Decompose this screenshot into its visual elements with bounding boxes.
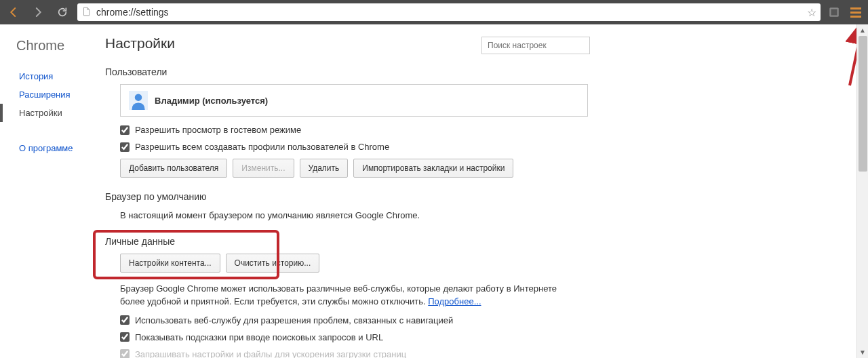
users-section: Пользователи Владимир (используется) Раз… [105,66,590,178]
search-settings-input[interactable] [481,37,590,54]
nav-webservice-checkbox[interactable] [120,315,130,325]
clear-history-button[interactable]: Очистить историю... [226,254,320,273]
forward-button[interactable] [28,3,47,22]
guest-checkbox-label: Разрешить просмотр в гостевом режиме [135,125,301,135]
edit-user-button[interactable]: Изменить... [233,159,294,178]
create-profiles-checkbox-row[interactable]: Разрешить всем создавать профили пользов… [120,142,590,152]
create-profiles-checkbox-label: Разрешить всем создавать профили пользов… [135,142,389,152]
avatar-icon [129,91,148,110]
vertical-scrollbar[interactable]: ▲ ▼ [856,24,868,358]
prefetch-label: Запрашивать настройки и файлы для ускоре… [135,349,406,359]
scrollbar-thumb[interactable] [859,36,867,172]
browser-toolbar: ☆ [0,0,868,24]
prefetch-checkbox-row[interactable]: Запрашивать настройки и файлы для ускоре… [120,349,590,359]
sidebar-item-extensions[interactable]: Расширения [0,85,105,104]
suggestions-checkbox[interactable] [120,332,130,342]
svg-point-3 [135,94,142,101]
svg-rect-1 [831,9,837,16]
back-button[interactable] [4,3,23,22]
suggestions-checkbox-row[interactable]: Показывать подсказки при вводе поисковых… [120,332,590,342]
nav-webservice-label: Использовать веб-службу для разрешения п… [135,315,453,325]
sidebar-item-about[interactable]: О программе [0,139,105,157]
privacy-title: Личные данные [105,236,590,247]
scrollbar-down-button[interactable]: ▼ [857,346,868,358]
default-browser-title: Браузер по умолчанию [105,191,590,202]
privacy-section: Личные данные Настройки контента... Очис… [105,236,590,359]
learn-more-link[interactable]: Подробнее... [428,296,481,306]
bookmark-star-icon[interactable]: ☆ [807,6,816,19]
suggestions-label: Показывать подсказки при вводе поисковых… [135,332,383,342]
guest-checkbox-row[interactable]: Разрешить просмотр в гостевом режиме [120,125,590,135]
sidebar-item-history[interactable]: История [0,67,105,85]
extension-icon[interactable] [826,4,842,20]
add-user-button[interactable]: Добавить пользователя [120,159,227,178]
content-settings-button[interactable]: Настройки контента... [120,254,220,273]
create-profiles-checkbox[interactable] [120,142,130,152]
sidebar-item-settings[interactable]: Настройки [0,104,105,122]
main-panel: Настройки Пользователи Владимир (использ… [105,24,868,358]
page-title: Настройки [105,35,175,52]
profile-name: Владимир (используется) [155,96,268,106]
profile-box[interactable]: Владимир (используется) [120,84,588,117]
address-bar[interactable]: ☆ [77,3,821,21]
delete-user-button[interactable]: Удалить [300,159,349,178]
privacy-desc: Браузер Google Chrome может использовать… [120,282,590,309]
guest-checkbox[interactable] [120,125,130,135]
default-browser-section: Браузер по умолчанию В настоящий момент … [105,191,590,222]
scrollbar-up-button[interactable]: ▲ [857,24,868,36]
content-area: Chrome История Расширения Настройки О пр… [0,24,868,358]
prefetch-checkbox[interactable] [120,349,130,358]
url-input[interactable] [96,7,807,18]
import-bookmarks-button[interactable]: Импортировать закладки и настройки [353,159,513,178]
users-title: Пользователи [105,66,590,77]
reload-button[interactable] [53,3,72,22]
hamburger-menu-icon[interactable] [848,4,864,20]
page-icon [81,7,92,18]
brand-label: Chrome [0,38,105,67]
default-browser-desc: В настоящий момент браузером по умолчани… [120,209,590,222]
sidebar: Chrome История Расширения Настройки О пр… [0,24,105,358]
nav-webservice-checkbox-row[interactable]: Использовать веб-службу для разрешения п… [120,315,590,325]
